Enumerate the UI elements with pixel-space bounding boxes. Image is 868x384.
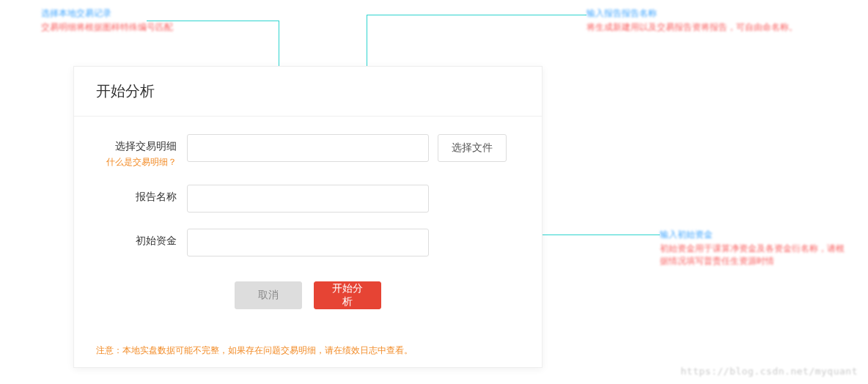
callout-title: 选择本地交易记录 <box>41 7 173 20</box>
control-col <box>177 185 520 213</box>
initial-capital-input[interactable] <box>187 229 429 256</box>
file-help-link[interactable]: 什么是交易明细？ <box>96 156 177 169</box>
label-col: 初始资金 <box>96 229 177 248</box>
callout-title: 输入初始资金 <box>660 229 850 241</box>
control-col <box>177 229 520 256</box>
control-col: 选择文件 <box>177 134 520 162</box>
choose-file-button[interactable]: 选择文件 <box>438 134 507 162</box>
dialog-actions: 取消 开始分析 <box>96 273 520 327</box>
callout-initial-capital: 输入初始资金 初始资金用于课算净资金及各资金衍名称，请根据情况填写普责任生资源时… <box>660 229 850 267</box>
form-row-name: 报告名称 <box>96 185 520 213</box>
file-path-input[interactable] <box>187 134 429 162</box>
callout-desc: 将生成新建用以及交易报告资将报告，可自由命名称。 <box>586 21 798 34</box>
name-label: 报告名称 <box>96 191 177 204</box>
label-col: 选择交易明细 什么是交易明细？ <box>96 134 177 169</box>
dialog-body: 选择交易明细 什么是交易明细？ 选择文件 报告名称 初始资金 <box>74 117 542 334</box>
callout-desc: 初始资金用于课算净资金及各资金衍名称，请根据情况填写普责任生资源时情 <box>660 243 850 267</box>
connector-line <box>147 21 279 21</box>
start-analysis-dialog: 开始分析 选择交易明细 什么是交易明细？ 选择文件 报告名称 初始资金 <box>73 66 542 368</box>
callout-title: 输入报告报告名称 <box>586 7 798 20</box>
watermark: https://blog.csdn.net/myquant <box>681 366 858 377</box>
connector-line <box>367 15 586 15</box>
report-name-input[interactable] <box>187 185 429 213</box>
dialog-title: 开始分析 <box>96 81 520 101</box>
dialog-note: 注意：本地实盘数据可能不完整，如果存在问题交易明细，请在绩效日志中查看。 <box>74 334 542 367</box>
dialog-header: 开始分析 <box>74 67 542 117</box>
submit-button[interactable]: 开始分析 <box>314 281 381 309</box>
file-label: 选择交易明细 <box>96 140 177 153</box>
form-row-file: 选择交易明细 什么是交易明细？ 选择文件 <box>96 134 520 169</box>
capital-label: 初始资金 <box>96 235 177 248</box>
callout-report-name: 输入报告报告名称 将生成新建用以及交易报告资将报告，可自由命名称。 <box>586 7 798 34</box>
cancel-button[interactable]: 取消 <box>235 281 302 309</box>
label-col: 报告名称 <box>96 185 177 204</box>
form-row-capital: 初始资金 <box>96 229 520 256</box>
callout-desc: 交易明细将根据图样特殊编号匹配 <box>41 21 173 34</box>
